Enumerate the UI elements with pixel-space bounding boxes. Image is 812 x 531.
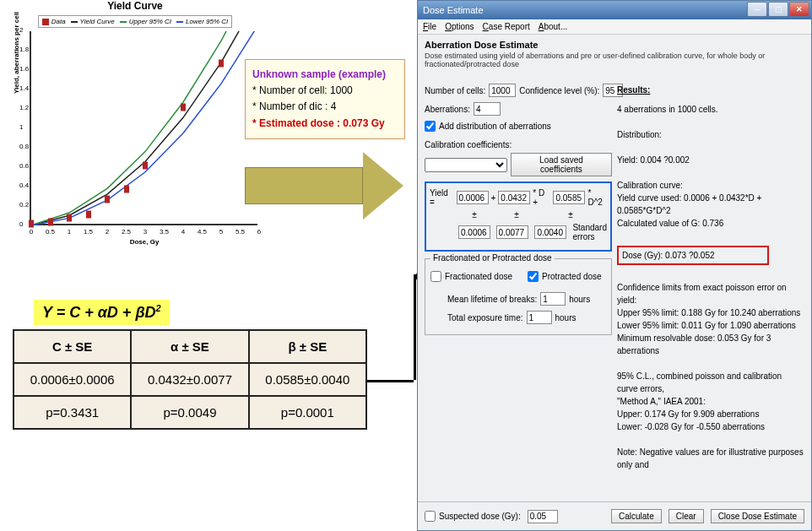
fractionated-checkbox[interactable] [430, 271, 441, 282]
coef-select[interactable] [425, 158, 507, 172]
header-c: C ± SE [14, 330, 131, 363]
bottom-bar: Suspected dose (Gy): Calculate Clear Clo… [418, 501, 811, 530]
yield-formula: Y = C + αD + βD2 [34, 300, 170, 325]
menubar: File Options Case Report About... [418, 19, 811, 35]
aberrations-input[interactable] [474, 102, 501, 116]
aberrations-label: Aberrations: [425, 105, 470, 114]
connector-arrow-icon [367, 380, 414, 382]
ncells-label: Number of cells: [425, 86, 485, 95]
mean-lifetime-input[interactable] [540, 292, 566, 306]
header-beta: β ± SE [249, 330, 366, 363]
ncells-input[interactable] [489, 84, 516, 97]
se-b-input[interactable] [534, 225, 566, 239]
menu-case-report[interactable]: Case Report [483, 22, 530, 31]
flow-arrow-icon [245, 152, 405, 219]
dose-estimate-window: Dose Estimate ─ ▢ ✕ File Options Case Re… [417, 0, 812, 531]
chart-legend: Data Yield Curve Upper 95% CI Lower 95% … [38, 15, 233, 28]
yield-curve-chart: Yield Curve Data Yield Curve Upper 95% C… [8, 0, 262, 225]
se-a-input[interactable] [496, 225, 528, 239]
load-coef-button[interactable]: Load saved coefficients [511, 153, 612, 176]
clear-button[interactable]: Clear [669, 509, 704, 523]
chart-title: Yield Curve [8, 0, 262, 12]
close-button[interactable]: ✕ [789, 2, 809, 17]
dose-result: Dose (Gy): 0.073 ?0.052 [617, 246, 769, 265]
window-title: Dose Estimate [423, 5, 484, 15]
add-distribution-checkbox[interactable] [425, 121, 436, 132]
suspected-dose-input[interactable] [528, 510, 558, 523]
unknown-sample-note: Unknown sample (example) * Number of cel… [245, 59, 405, 139]
parameter-table: C ± SE α ± SE β ± SE 0.0006±0.0006 0.043… [13, 329, 367, 430]
cal-coef-label: Calibration coefficients: [425, 140, 612, 149]
menu-options[interactable]: Options [445, 22, 474, 31]
coef-b-input[interactable] [553, 191, 585, 204]
minimize-button[interactable]: ─ [747, 2, 767, 17]
page-subheading: Dose estimated using yield of aberration… [425, 51, 804, 68]
menu-file[interactable]: File [423, 22, 436, 31]
menu-about[interactable]: About... [539, 22, 567, 31]
protracted-checkbox[interactable] [528, 271, 539, 282]
calculate-button[interactable]: Calculate [611, 509, 662, 523]
titlebar[interactable]: Dose Estimate ─ ▢ ✕ [418, 1, 811, 19]
conf-label: Confidence level (%): [519, 86, 599, 95]
se-c-input[interactable] [458, 225, 490, 239]
results-panel: Results: 4 aberrations in 1000 cells. Di… [617, 84, 804, 471]
suspected-dose-checkbox[interactable] [425, 511, 436, 522]
coef-c-input[interactable] [457, 191, 489, 204]
x-axis-label: Dose, Gy [130, 238, 160, 246]
total-exposure-input[interactable] [527, 311, 552, 324]
close-dose-button[interactable]: Close Dose Estimate [711, 509, 804, 523]
fractionated-group: Fractionated or Protracted dose Fraction… [425, 258, 612, 335]
page-heading: Aberration Dose Estimate [425, 40, 804, 50]
maximize-button[interactable]: ▢ [768, 2, 788, 17]
coef-a-input[interactable] [498, 191, 530, 204]
header-alpha: α ± SE [131, 330, 248, 363]
yield-equation-panel: Yield = + * D + * D^2 ± ± ± [425, 182, 612, 252]
